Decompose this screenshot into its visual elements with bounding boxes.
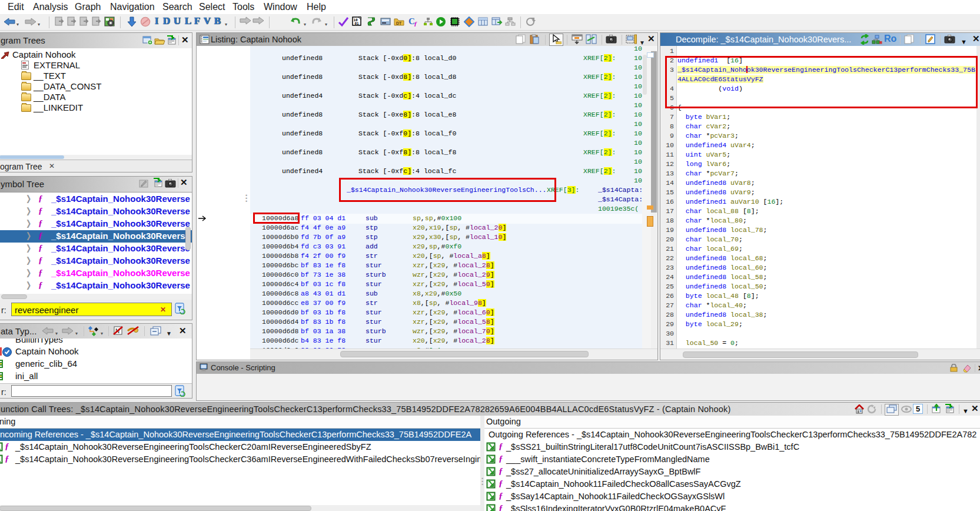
- svg-text:01: 01: [355, 21, 360, 25]
- svg-text:f: f: [414, 20, 417, 26]
- svg-text:DT: DT: [396, 21, 402, 25]
